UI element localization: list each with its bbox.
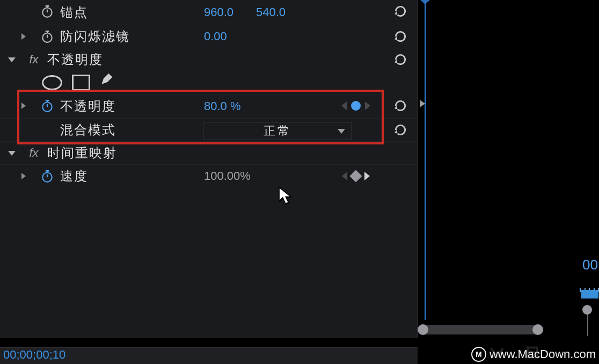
- time-remapping-label: 时间重映射: [47, 142, 117, 164]
- scrollbar-handle-left[interactable]: [418, 324, 428, 335]
- add-keyframe-icon[interactable]: [351, 101, 361, 111]
- collapse-arrow-icon[interactable]: [5, 142, 18, 164]
- row-time-remapping-group: fx 时间重映射: [0, 142, 418, 165]
- timecode-bar: 00;00;00;10: [0, 347, 418, 364]
- pen-mask-icon[interactable]: [100, 71, 115, 94]
- blend-mode-label: 混合模式: [60, 119, 116, 141]
- keyframe-marker-icon[interactable]: [420, 100, 425, 107]
- ellipse-mask-icon[interactable]: [42, 75, 62, 90]
- timecode-display[interactable]: 00;00;00;10: [3, 348, 65, 362]
- blend-mode-dropdown[interactable]: 正常: [203, 122, 352, 140]
- timeline-frame-label: 00: [582, 257, 598, 273]
- expand-arrow-icon[interactable]: [18, 94, 29, 117]
- stopwatch-icon[interactable]: [39, 25, 55, 48]
- collapse-arrow-icon[interactable]: [5, 48, 18, 71]
- reset-button[interactable]: [390, 48, 411, 71]
- next-keyframe-icon[interactable]: [365, 101, 370, 110]
- timeline-scroll-track: [587, 315, 588, 336]
- opacity-value[interactable]: 80.0 %: [204, 94, 241, 118]
- rectangle-mask-icon[interactable]: [72, 75, 90, 91]
- opacity-label: 不透明度: [60, 94, 116, 118]
- stopwatch-active-icon[interactable]: [39, 94, 55, 117]
- row-anchor-point: 锚点 960.0 540.0: [0, 0, 418, 25]
- row-anti-flicker: 防闪烁滤镜 0.00: [0, 25, 418, 48]
- stopwatch-active-icon[interactable]: [39, 165, 55, 187]
- fx-icon[interactable]: fx: [26, 48, 42, 71]
- opacity-group-label: 不透明度: [47, 48, 103, 71]
- next-keyframe-icon[interactable]: [364, 172, 370, 180]
- row-opacity-value: 不透明度 80.0 %: [0, 94, 418, 119]
- anti-flicker-label: 防闪烁滤镜: [60, 25, 130, 48]
- row-mask-tools: [0, 71, 418, 94]
- scrollbar-handle-right[interactable]: [532, 324, 543, 335]
- horizontal-scrollbar[interactable]: [419, 325, 542, 334]
- speed-label: 速度: [60, 165, 88, 187]
- anchor-y-value[interactable]: 540.0: [256, 0, 286, 25]
- expand-arrow-icon[interactable]: [18, 25, 29, 48]
- anchor-point-label: 锚点: [60, 0, 88, 25]
- stopwatch-icon[interactable]: [39, 0, 55, 23]
- svg-point-12: [42, 173, 52, 182]
- svg-point-4: [42, 33, 52, 42]
- watermark: M www.MacDown.com: [471, 347, 596, 362]
- row-blend-mode: 混合模式 正常: [0, 119, 418, 142]
- chevron-down-icon: [338, 129, 345, 134]
- prev-keyframe-icon[interactable]: [342, 172, 347, 180]
- prev-keyframe-icon[interactable]: [341, 101, 347, 110]
- anchor-x-value[interactable]: 960.0: [204, 0, 233, 25]
- svg-point-0: [42, 8, 52, 17]
- reset-button[interactable]: [390, 25, 411, 48]
- timeline-knob-icon[interactable]: [582, 305, 592, 315]
- effects-panel: 锚点 960.0 540.0 防闪烁滤镜 0.00 fx 不透明度: [0, 0, 418, 338]
- fx-icon[interactable]: fx: [26, 142, 42, 164]
- reset-button[interactable]: [390, 94, 411, 117]
- row-opacity-group: fx 不透明度: [0, 48, 418, 71]
- blend-mode-value: 正常: [264, 120, 291, 142]
- row-speed: 速度 100.00%: [0, 165, 418, 187]
- playhead-line: [425, 0, 426, 320]
- timeline-clip[interactable]: [581, 290, 598, 299]
- expand-arrow-icon[interactable]: [18, 165, 29, 187]
- timeline-area[interactable]: [418, 0, 599, 364]
- reset-button[interactable]: [390, 0, 411, 23]
- playhead-icon[interactable]: [419, 0, 431, 4]
- anti-flicker-value[interactable]: 0.00: [204, 25, 227, 48]
- watermark-text: www.MacDown.com: [490, 347, 596, 361]
- watermark-logo-icon: M: [471, 347, 486, 362]
- add-keyframe-icon[interactable]: [350, 170, 362, 183]
- speed-value[interactable]: 100.00%: [204, 165, 251, 187]
- reset-button[interactable]: [390, 119, 411, 141]
